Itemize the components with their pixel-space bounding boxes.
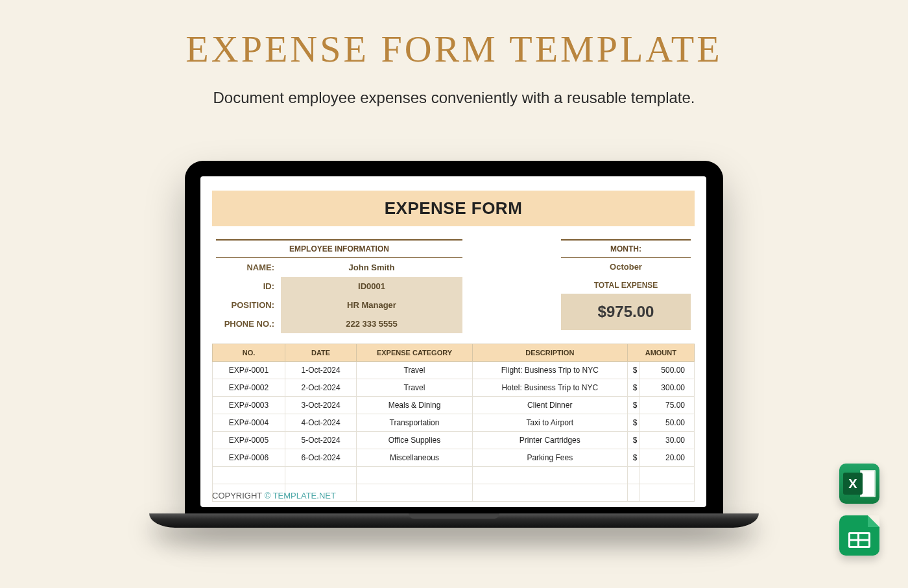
- laptop-notch: [409, 513, 499, 519]
- cell-currency: $: [627, 379, 639, 397]
- label-total: TOTAL EXPENSE: [561, 281, 691, 290]
- copyright-link[interactable]: © TEMPLATE.NET: [265, 491, 336, 500]
- cell-description: Hotel: Business Trip to NYC: [472, 379, 627, 397]
- cell-amount: 50.00: [639, 414, 694, 432]
- cell-no: EXP#-0002: [213, 379, 285, 397]
- cell-no: EXP#-0001: [213, 362, 285, 379]
- cell-category: Office Supplies: [357, 432, 473, 449]
- cell-description: Taxi to Airport: [472, 414, 627, 432]
- th-amount: AMOUNT: [627, 344, 694, 362]
- table-row: EXP#-00055-Oct-2024Office SuppliesPrinte…: [213, 432, 695, 449]
- value-position: HR Manager: [281, 296, 462, 314]
- page-subtitle: Document employee expenses conveniently …: [0, 89, 908, 107]
- cell-currency: $: [627, 432, 639, 449]
- cell-description: Flight: Business Trip to NYC: [472, 362, 627, 379]
- cell-no: EXP#-0006: [213, 449, 285, 467]
- label-name: NAME:: [216, 258, 281, 277]
- cell-category: Travel: [357, 362, 473, 379]
- cell-no: EXP#-0005: [213, 432, 285, 449]
- table-row: EXP#-00066-Oct-2024MiscellaneousParking …: [213, 449, 695, 467]
- sheets-grid-icon: [848, 532, 870, 548]
- cell-description: Client Dinner: [472, 397, 627, 414]
- cell-no: EXP#-0003: [213, 397, 285, 414]
- cell-amount: 300.00: [639, 379, 694, 397]
- cell-date: 3-Oct-2024: [285, 397, 357, 414]
- sheets-fold: [868, 515, 879, 527]
- cell-category: Transportation: [357, 414, 473, 432]
- cell-currency: $: [627, 414, 639, 432]
- copyright-footer: COPYRIGHT © TEMPLATE.NET: [212, 491, 336, 500]
- cell-date: 5-Oct-2024: [285, 432, 357, 449]
- cell-amount: 500.00: [639, 362, 694, 379]
- th-date: DATE: [285, 344, 357, 362]
- cell-category: Meals & Dining: [357, 397, 473, 414]
- excel-letter: X: [843, 473, 863, 495]
- month-column: MONTH: October TOTAL EXPENSE $975.00: [561, 239, 691, 333]
- copyright-label: COPYRIGHT: [212, 491, 265, 500]
- employee-section-header: EMPLOYEE INFORMATION: [216, 239, 462, 258]
- cell-no: EXP#-0004: [213, 414, 285, 432]
- cell-amount: 30.00: [639, 432, 694, 449]
- form-title: EXPENSE FORM: [212, 191, 695, 226]
- table-row: EXP#-00022-Oct-2024TravelHotel: Business…: [213, 379, 695, 397]
- cell-date: 2-Oct-2024: [285, 379, 357, 397]
- month-section-header: MONTH:: [561, 239, 691, 258]
- cell-amount: 75.00: [639, 397, 694, 414]
- cell-description: Printer Cartridges: [472, 432, 627, 449]
- cell-currency: $: [627, 449, 639, 467]
- app-icons: X: [839, 464, 879, 556]
- table-header-row: NO. DATE EXPENSE CATEGORY DESCRIPTION AM…: [213, 344, 695, 362]
- expense-table: NO. DATE EXPENSE CATEGORY DESCRIPTION AM…: [212, 344, 695, 502]
- page-title: EXPENSE FORM TEMPLATE: [0, 0, 908, 71]
- table-row-empty: [213, 467, 695, 484]
- cell-currency: $: [627, 362, 639, 379]
- laptop-base: [149, 513, 759, 528]
- value-total: $975.00: [561, 294, 691, 330]
- excel-icon[interactable]: X: [839, 464, 879, 504]
- table-row: EXP#-00044-Oct-2024TransportationTaxi to…: [213, 414, 695, 432]
- google-sheets-icon[interactable]: [839, 515, 879, 556]
- cell-date: 1-Oct-2024: [285, 362, 357, 379]
- th-category: EXPENSE CATEGORY: [357, 344, 473, 362]
- value-phone: 222 333 5555: [281, 314, 462, 333]
- employee-grid: NAME: John Smith ID: ID0001 POSITION: HR…: [216, 258, 462, 333]
- cell-amount: 20.00: [639, 449, 694, 467]
- value-id: ID0001: [281, 277, 462, 296]
- label-phone: PHONE NO.:: [216, 314, 281, 333]
- laptop-display: EXPENSE FORM EMPLOYEE INFORMATION NAME: …: [200, 176, 706, 507]
- meta-row: EMPLOYEE INFORMATION NAME: John Smith ID…: [212, 239, 695, 333]
- th-no: NO.: [213, 344, 285, 362]
- cell-category: Miscellaneous: [357, 449, 473, 467]
- laptop-mockup: EXPENSE FORM EMPLOYEE INFORMATION NAME: …: [185, 161, 723, 528]
- cell-date: 4-Oct-2024: [285, 414, 357, 432]
- laptop-screen: EXPENSE FORM EMPLOYEE INFORMATION NAME: …: [185, 161, 723, 513]
- employee-column: EMPLOYEE INFORMATION NAME: John Smith ID…: [216, 239, 462, 333]
- table-row: EXP#-00033-Oct-2024Meals & DiningClient …: [213, 397, 695, 414]
- th-description: DESCRIPTION: [472, 344, 627, 362]
- cell-category: Travel: [357, 379, 473, 397]
- table-row: EXP#-00011-Oct-2024TravelFlight: Busines…: [213, 362, 695, 379]
- label-position: POSITION:: [216, 296, 281, 314]
- cell-currency: $: [627, 397, 639, 414]
- cell-date: 6-Oct-2024: [285, 449, 357, 467]
- value-month: October: [561, 258, 691, 278]
- label-id: ID:: [216, 277, 281, 296]
- cell-description: Parking Fees: [472, 449, 627, 467]
- value-name: John Smith: [281, 258, 462, 277]
